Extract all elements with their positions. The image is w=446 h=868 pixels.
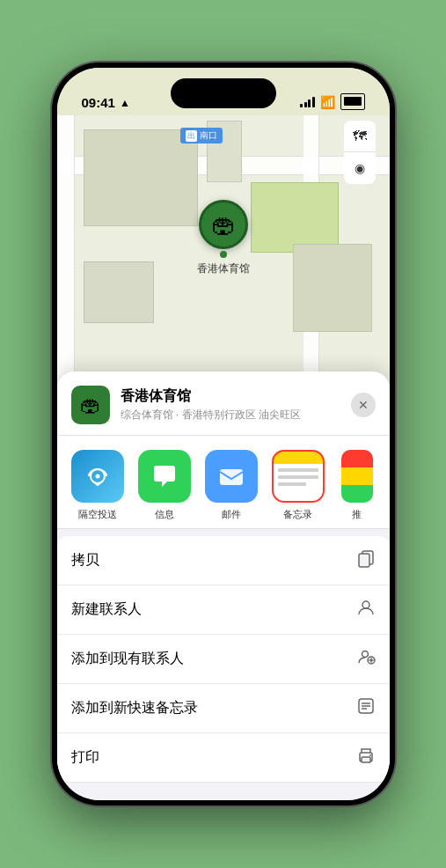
phone-screen: 09:41 ▲ 📶 — [57, 68, 390, 800]
print-icon — [356, 746, 376, 769]
new-contact-label: 新建联系人 — [71, 600, 142, 619]
print-label: 打印 — [71, 748, 99, 767]
action-copy[interactable]: 拷贝 — [57, 536, 390, 585]
venue-icon: 🏟 — [71, 386, 110, 424]
airdrop-icon — [71, 450, 124, 503]
more-icon — [341, 450, 373, 503]
share-more[interactable]: 推 — [335, 450, 379, 521]
signal-icon — [300, 97, 315, 107]
notes-icon — [272, 450, 325, 503]
svg-point-16 — [369, 754, 371, 756]
action-new-contact[interactable]: 新建联系人 — [57, 585, 390, 635]
exit-icon: 出 — [186, 130, 197, 142]
close-icon: ✕ — [358, 398, 369, 412]
map-controls: 🗺 ◉ — [344, 121, 376, 184]
messages-label: 信息 — [155, 508, 174, 521]
battery-icon — [340, 93, 365, 110]
location-icon: ◉ — [355, 161, 365, 175]
stadium-pin: 🏟 香港体育馆 — [197, 200, 250, 276]
action-add-note[interactable]: 添加到新快速备忘录 — [57, 684, 390, 733]
dynamic-island — [171, 78, 276, 108]
copy-icon — [356, 548, 376, 572]
wifi-icon: 📶 — [320, 95, 335, 109]
messages-icon — [138, 450, 191, 503]
stadium-icon: 🏟 — [211, 210, 236, 239]
svg-rect-2 — [220, 469, 243, 485]
venue-subtitle: 综合体育馆 · 香港特别行政区 油尖旺区 — [121, 408, 340, 423]
pin-dot — [220, 251, 227, 258]
airdrop-label: 隔空投送 — [78, 508, 117, 521]
copy-label: 拷贝 — [71, 551, 99, 570]
location-arrow-icon: ▲ — [120, 97, 130, 109]
phone-frame: 09:41 ▲ 📶 — [52, 63, 395, 805]
new-contact-icon — [356, 598, 376, 622]
add-note-icon — [356, 696, 376, 720]
close-button[interactable]: ✕ — [351, 393, 376, 417]
mail-label: 邮件 — [222, 508, 241, 521]
more-label: 推 — [352, 508, 362, 521]
share-row: 隔空投送 信息 — [57, 436, 390, 529]
share-mail[interactable]: 邮件 — [201, 450, 261, 521]
venue-stadium-icon: 🏟 — [80, 393, 101, 417]
map-icon: 🗺 — [353, 129, 367, 144]
bottom-sheet: 🏟 香港体育馆 综合体育馆 · 香港特别行政区 油尖旺区 ✕ — [57, 371, 390, 800]
svg-point-5 — [362, 601, 369, 608]
svg-point-6 — [362, 651, 368, 658]
share-messages[interactable]: 信息 — [135, 450, 194, 521]
pin-circle: 🏟 — [199, 200, 248, 249]
add-existing-icon — [356, 647, 376, 671]
location-button[interactable]: ◉ — [344, 152, 376, 184]
status-time: 09:41 ▲ — [82, 95, 130, 110]
mail-icon — [205, 450, 258, 503]
svg-point-1 — [95, 474, 99, 479]
map-location-label: 出 南口 — [180, 128, 223, 143]
share-airdrop[interactable]: 隔空投送 — [68, 450, 128, 521]
sheet-header: 🏟 香港体育馆 综合体育馆 · 香港特别行政区 油尖旺区 ✕ — [57, 371, 390, 436]
map-view-button[interactable]: 🗺 — [344, 121, 376, 152]
venue-name: 香港体育馆 — [121, 387, 340, 406]
venue-info: 香港体育馆 综合体育馆 · 香港特别行政区 油尖旺区 — [121, 387, 340, 423]
svg-rect-15 — [362, 757, 370, 762]
add-existing-label: 添加到现有联系人 — [71, 650, 184, 668]
add-note-label: 添加到新快速备忘录 — [71, 699, 198, 717]
status-icons: 📶 — [300, 93, 365, 110]
share-notes[interactable]: 备忘录 — [268, 450, 328, 521]
action-print[interactable]: 打印 — [57, 733, 390, 783]
notes-label: 备忘录 — [283, 508, 312, 521]
action-add-existing[interactable]: 添加到现有联系人 — [57, 635, 390, 684]
action-list: 拷贝 新建联系人 — [57, 536, 390, 783]
svg-rect-4 — [359, 554, 369, 567]
